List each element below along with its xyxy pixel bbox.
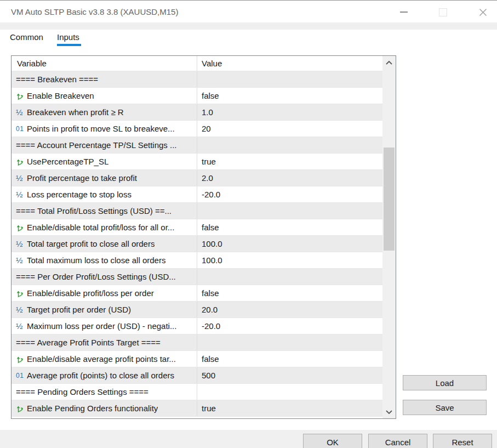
fraction-half-icon: ½ [16,256,27,265]
value-cell[interactable]: 2.0 [197,170,382,186]
variable-cell: ==== Per Order Profit/Loss Settings (USD… [12,269,197,285]
table-row[interactable]: ½Loss percentage to stop loss-20.0 [12,186,382,203]
variable-cell: ==== Account Percentage TP/SL Settings .… [12,137,197,153]
variable-label: Target profit per order (USD) [27,305,131,314]
branch-arrow-icon [16,92,27,100]
table-row[interactable]: Enable/disable total profit/loss for all… [12,219,382,236]
minimize-button[interactable] [396,5,412,19]
fraction-half-icon: ½ [16,190,27,199]
variable-label: Average profit (points) to close all ord… [27,371,174,380]
branch-arrow-icon [16,404,27,413]
variable-label: Loss percentage to stop loss [27,190,132,199]
variable-cell: ½Target profit per order (USD) [12,302,197,317]
close-icon [479,8,487,16]
value-cell[interactable]: false [197,285,382,301]
table-row[interactable]: ½Profit percentage to take profit2.0 [12,170,382,186]
value-cell[interactable]: -20.0 [197,186,382,202]
variable-cell: ==== Average Profit Points Target ==== [12,334,197,350]
branch-arrow-icon [16,355,27,364]
table-row[interactable]: ½Target profit per order (USD)20.0 [12,302,382,318]
inputs-table: Variable Value ==== Breakeven ====Enable… [11,55,396,419]
titlebar-separator [0,22,497,30]
table-row[interactable]: ½Total maximum loss to close all orders1… [12,252,382,269]
load-button[interactable]: Load [403,375,487,390]
value-cell[interactable]: 20.0 [197,302,382,317]
table-row[interactable]: Enable Pending Orders functionalitytrue [12,400,382,417]
value-cell[interactable]: 1.0 [197,104,382,120]
ea-properties-dialog: VM Auto SLTP Basic v3.8 3.8 (XAUUSD,M15)… [0,0,497,448]
tab-inputs[interactable]: Inputs [57,30,79,44]
tab-common[interactable]: Common [10,30,43,44]
table-row[interactable]: ½Breakeven when profit ≥ R1.0 [12,104,382,121]
variable-label: ==== Average Profit Points Target ==== [16,338,161,347]
value-cell[interactable]: false [197,219,382,235]
variable-cell: Enable Pending Orders functionality [12,400,197,416]
section-row[interactable]: ==== Average Profit Points Target ==== [12,334,382,351]
table-row[interactable]: ½Maximum loss per order (USD) - negati..… [12,318,382,334]
variable-cell: Enable/disable average profit points tar… [12,351,197,367]
table-header: Variable Value [12,56,382,71]
table-row[interactable]: ½Total target profit to close all orders… [12,236,382,252]
section-row[interactable]: ==== Total Profit/Loss Settings (USD) ==… [12,203,382,219]
variable-cell: Enable Breakeven [12,88,197,104]
value-cell[interactable]: true [197,400,382,416]
variable-label: ==== Pending Orders Settings ==== [16,387,148,396]
value-cell[interactable]: -20.0 [197,318,382,334]
minimize-icon [400,12,408,13]
table-row[interactable]: 01Points in profit to move SL to breakev… [12,121,382,137]
variable-cell: Enable/disable profit/loss per order [12,285,197,301]
value-cell[interactable]: false [197,88,382,104]
table-row[interactable]: Enable/disable average profit points tar… [12,351,382,367]
save-button[interactable]: Save [403,400,487,415]
table-row[interactable]: UsePercentageTP_SLtrue [12,154,382,170]
variable-cell: 01Average profit (points) to close all o… [12,367,197,383]
reset-button[interactable]: Reset [433,434,492,448]
table-row[interactable]: Enable Breakevenfalse [12,88,382,104]
section-row[interactable]: ==== Breakeven ==== [12,71,382,88]
value-cell [197,384,382,400]
column-header-value: Value [197,56,382,71]
chevron-up-icon [386,61,392,65]
scrollbar-thumb[interactable] [384,148,395,251]
branch-arrow-icon [16,157,27,166]
variable-label: UsePercentageTP_SL [27,157,108,166]
section-row[interactable]: ==== Pending Orders Settings ==== [12,384,382,400]
value-cell[interactable]: 20 [197,121,382,137]
value-cell [197,203,382,219]
column-header-variable: Variable [12,56,197,71]
table-row[interactable]: 01Average profit (points) to close all o… [12,367,382,384]
table-row[interactable]: Enable/disable profit/loss per orderfals… [12,285,382,302]
close-button[interactable] [475,5,491,19]
variable-cell: ½Maximum loss per order (USD) - negati..… [12,318,197,334]
integer-01-icon: 01 [16,372,27,379]
active-tab-indicator [57,44,81,46]
fraction-half-icon: ½ [16,173,27,183]
ok-button[interactable]: OK [303,434,362,448]
section-row[interactable]: ==== Account Percentage TP/SL Settings .… [12,137,382,154]
variable-cell: ½Total target profit to close all orders [12,236,197,252]
value-cell [197,71,382,87]
cancel-button[interactable]: Cancel [368,434,427,448]
variable-cell: ½Profit percentage to take profit [12,170,197,186]
variable-label: Enable Pending Orders functionality [27,404,158,413]
scroll-up-button[interactable] [382,58,396,67]
section-row[interactable]: ==== Per Order Profit/Loss Settings (USD… [12,269,382,285]
chevron-down-icon [386,410,392,414]
value-cell[interactable]: false [197,351,382,367]
value-cell[interactable]: 100.0 [197,236,382,252]
maximize-button[interactable] [435,5,451,19]
variable-label: Enable Breakeven [27,91,94,100]
branch-arrow-icon [16,289,27,298]
variable-label: Maximum loss per order (USD) - negati... [27,321,176,331]
window-title: VM Auto SLTP Basic v3.8 3.8 (XAUUSD,M15) [11,1,178,22]
variable-label: ==== Total Profit/Loss Settings (USD) ==… [16,206,172,216]
value-cell[interactable]: true [197,154,382,169]
value-cell [197,334,382,350]
variable-cell: ==== Breakeven ==== [12,71,197,87]
value-cell [197,137,382,153]
scroll-down-button[interactable] [382,407,396,417]
vertical-scrollbar[interactable] [382,56,396,418]
variable-label: ==== Account Percentage TP/SL Settings .… [16,140,177,150]
value-cell[interactable]: 100.0 [197,252,382,268]
value-cell[interactable]: 500 [197,367,382,383]
